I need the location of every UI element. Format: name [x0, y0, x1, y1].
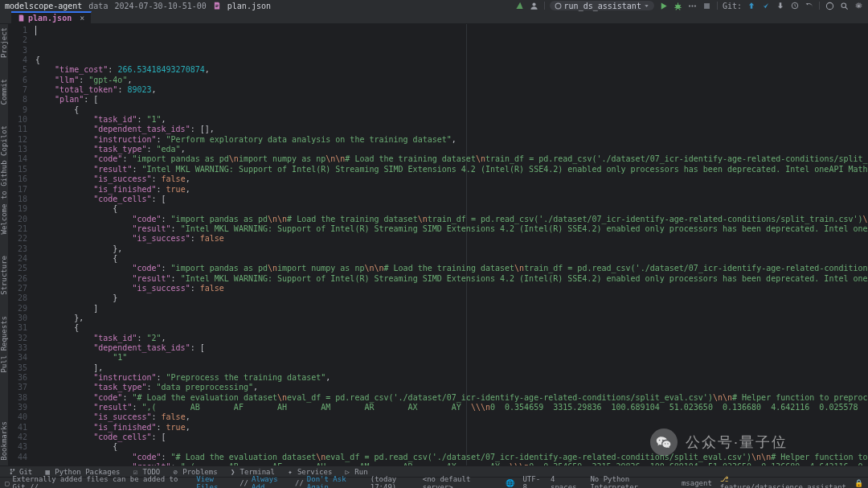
vcs-commit-icon[interactable] [761, 1, 771, 10]
more-run-icon[interactable] [688, 1, 698, 10]
build-icon[interactable] [515, 1, 525, 10]
tab-label: plan.json [28, 14, 72, 23]
code-line[interactable]: "result": "Intel MKL WARNING: Support of… [35, 274, 868, 284]
branch-icon: ⎇ [720, 475, 728, 483]
svg-point-8 [826, 2, 833, 9]
svg-point-0 [533, 2, 536, 6]
code-line[interactable]: "task_type": "eda", [35, 145, 868, 154]
code-with-me-icon[interactable] [825, 1, 834, 10]
debug-icon[interactable] [674, 1, 683, 10]
close-icon[interactable]: × [80, 14, 84, 23]
code-line[interactable]: "result": "Intel MKL WARNING: Support of… [35, 224, 868, 234]
navbar: modelscope-agent data 2024-07-30-10-51-0… [0, 0, 868, 11]
code-line[interactable]: "1" [35, 353, 868, 363]
code-line[interactable]: "is_success": false [35, 234, 868, 244]
tool-project[interactable]: Project [0, 27, 8, 58]
editor-tabs: plan.json × [0, 11, 868, 24]
gutter: 1234567891011121314151617181920212223242… [8, 24, 32, 465]
code-line[interactable]: "llm": "gpt-4o", [35, 76, 868, 85]
editor[interactable]: 1234567891011121314151617181920212223242… [8, 24, 868, 465]
tool-bookmarks[interactable]: Bookmarks [0, 421, 8, 461]
code-line[interactable]: "task_id": "1", [35, 115, 868, 125]
status-indent[interactable]: 4 spaces [551, 475, 582, 489]
code-line[interactable]: "code_cells": [ [35, 433, 868, 442]
tab-plan-json[interactable]: plan.json × [11, 11, 92, 23]
status-link-view[interactable]: View Files [196, 475, 236, 489]
lock-icon[interactable]: 🔒 [854, 479, 863, 487]
caret [35, 26, 36, 35]
code-line[interactable]: "code": "import pandas as pd\nimport num… [35, 154, 868, 164]
code-line[interactable]: "instruction": "Preprocess the training … [35, 373, 868, 383]
status-branch[interactable]: ⎇ feature/datascience_assistant [720, 475, 846, 489]
code-line[interactable]: "code_cells": [ [35, 195, 868, 204]
code-line[interactable]: "result": ",( AB AF AH AM AR AX AY \\\n0… [35, 403, 868, 412]
code-line[interactable]: "is_finished": true, [35, 423, 868, 433]
code-line[interactable]: ], [35, 363, 868, 373]
vcs-rollback-icon[interactable] [805, 1, 814, 10]
status-link-always[interactable]: Always Add [252, 475, 292, 489]
code-line[interactable]: { [35, 442, 868, 452]
status-interpreter[interactable]: <no default server> [423, 475, 498, 489]
workarea: Project Commit Welcome to Github Copilot… [0, 24, 868, 465]
code-line[interactable]: }, [35, 314, 868, 323]
code-line[interactable]: "dependent_task_ids": [ [35, 343, 868, 353]
svg-point-1 [555, 3, 561, 9]
svg-point-4 [692, 5, 694, 6]
code-line[interactable]: }, [35, 244, 868, 254]
status-python[interactable]: No Python Interpreter [590, 475, 673, 489]
tool-pull-requests[interactable]: Pull Requests [0, 316, 8, 372]
vcs-history-icon[interactable] [790, 1, 800, 10]
status-agent[interactable]: msagent [682, 479, 712, 487]
stop-icon[interactable] [702, 1, 712, 10]
code-line[interactable]: { [35, 323, 868, 333]
code-line[interactable]: "is_success": false, [35, 412, 868, 422]
vcs-update-icon[interactable] [747, 1, 756, 10]
code-line[interactable]: "code": "# Load the evaluation dataset\n… [35, 393, 868, 403]
code-line[interactable]: "task_id": "2", [35, 334, 868, 343]
tool-copilot-welcome[interactable]: Welcome to Github Copilot [0, 125, 8, 234]
code-line[interactable]: "result": "Intel MKL WARNING: Support of… [35, 165, 868, 174]
code-line[interactable]: { [35, 204, 868, 214]
vcs-push-icon[interactable] [776, 1, 785, 10]
code-line[interactable]: { [35, 105, 868, 115]
code-line[interactable]: "task_type": "data preprocessing", [35, 383, 868, 392]
run-config-label: run_ds_assistant [564, 2, 641, 10]
code-area[interactable]: { "time_cost": 266.53418493270874, "llm"… [32, 24, 868, 465]
breadcrumb-item[interactable]: 2024-07-30-10-51-00 [114, 2, 206, 10]
divider [819, 2, 820, 10]
run-icon[interactable] [659, 1, 669, 10]
code-line[interactable]: } [35, 293, 868, 303]
code-line[interactable]: "dependent_task_ids": [], [35, 125, 868, 134]
code-line[interactable]: "code": "import pandas as pd\nimport num… [35, 264, 868, 273]
tool-structure[interactable]: Structure [0, 256, 8, 295]
code-line[interactable]: "code": "# Load the evaluation dataset\n… [35, 453, 868, 462]
run-config-selector[interactable]: run_ds_assistant [550, 1, 654, 10]
code-line[interactable]: "code": "import pandas as pd\n\n# Load t… [35, 215, 868, 224]
code-line[interactable]: { [35, 55, 868, 65]
code-line[interactable]: "is_success": false, [35, 174, 868, 184]
breadcrumb-file[interactable]: plan.json [227, 2, 271, 10]
code-line[interactable]: "plan": [ [35, 95, 868, 105]
status-link-dont[interactable]: Don't Ask Again [307, 475, 367, 489]
code-line[interactable]: "total_token": 89023, [35, 85, 868, 95]
globe-icon[interactable]: 🌐 [506, 479, 514, 487]
code-line[interactable]: "instruction": "Perform exploratory data… [35, 135, 868, 145]
status-encoding[interactable]: UTF-8 [522, 475, 542, 489]
settings-icon[interactable] [854, 1, 863, 10]
code-line[interactable]: "is_success": false [35, 284, 868, 293]
breadcrumb-item[interactable]: data [88, 2, 108, 10]
code-line[interactable]: ] [35, 304, 868, 314]
svg-point-3 [689, 5, 690, 6]
user-dropdown-icon[interactable] [530, 1, 539, 10]
search-icon[interactable] [839, 1, 849, 10]
code-line[interactable]: { [35, 254, 868, 264]
tool-commit[interactable]: Commit [0, 79, 8, 105]
status-message-suffix: (today 17:49) [371, 475, 423, 489]
code-line[interactable]: "time_cost": 266.53418493270874, [35, 65, 868, 75]
svg-rect-6 [704, 3, 710, 9]
status-left: ▢ Externally added files can be added to… [5, 475, 423, 489]
code-line[interactable]: "is_finished": true, [35, 185, 868, 195]
breadcrumb[interactable]: modelscope-agent data 2024-07-30-10-51-0… [5, 2, 271, 10]
window-icon[interactable]: ▢ [5, 479, 9, 487]
project-name[interactable]: modelscope-agent [5, 2, 82, 10]
